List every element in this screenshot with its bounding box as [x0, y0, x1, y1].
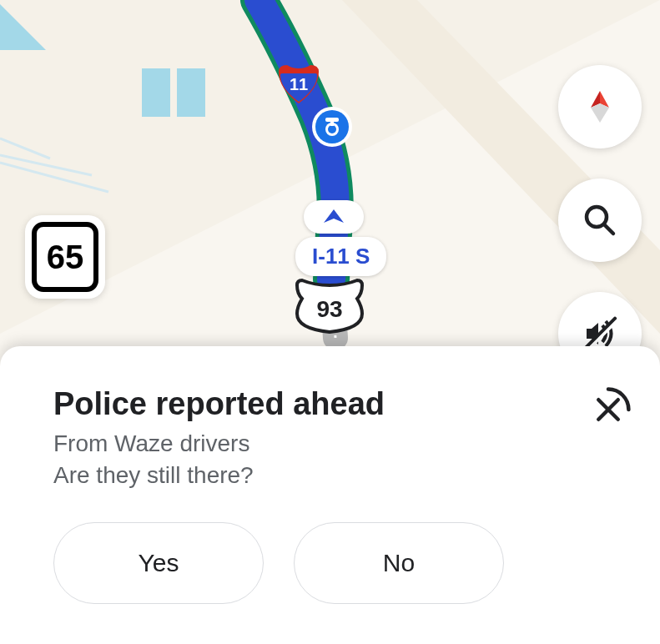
report-actions: Yes No: [53, 522, 607, 604]
us-route-shield: 93: [294, 277, 365, 339]
svg-text:93: 93: [316, 296, 342, 322]
search-button[interactable]: [558, 179, 642, 262]
svg-rect-22: [330, 121, 334, 126]
report-bottom-sheet: Police reported ahead From Waze drivers …: [0, 346, 660, 644]
current-road-label: I-11 S: [295, 237, 386, 276]
svg-rect-4: [177, 68, 205, 117]
svg-line-13: [604, 224, 613, 234]
chevron-up-icon: [322, 208, 345, 226]
speed-limit-sign: 65: [25, 215, 105, 299]
svg-text:11: 11: [290, 75, 308, 93]
no-button[interactable]: No: [294, 522, 504, 604]
compass-button[interactable]: [558, 65, 642, 148]
yes-button[interactable]: Yes: [53, 522, 264, 604]
close-button[interactable]: [585, 386, 632, 433]
svg-point-21: [328, 125, 336, 133]
police-report-pin[interactable]: [310, 105, 354, 152]
report-question: Are they still there?: [53, 462, 607, 489]
report-title: Police reported ahead: [53, 386, 607, 422]
svg-rect-3: [142, 68, 170, 117]
report-source: From Waze drivers: [53, 430, 607, 457]
vehicle-direction-arrow: [304, 200, 364, 234]
search-icon: [582, 202, 618, 239]
compass-icon: [581, 88, 619, 126]
speed-limit-value: 65: [32, 222, 98, 292]
svg-marker-23: [324, 209, 344, 223]
interstate-shield: 11: [275, 58, 322, 108]
